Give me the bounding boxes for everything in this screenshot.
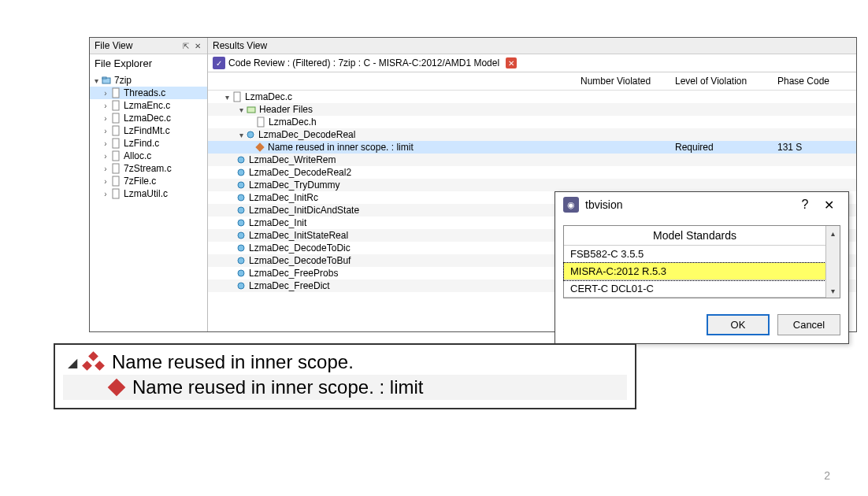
svg-rect-3 — [113, 101, 119, 110]
svg-rect-4 — [113, 113, 119, 123]
close-tab-icon[interactable]: ✕ — [506, 57, 517, 68]
dialog-buttons: OK Cancel — [555, 306, 848, 343]
svg-point-15 — [238, 157, 244, 163]
listbox-item[interactable]: CERT-C DCL01-C — [564, 280, 825, 298]
function-icon — [236, 193, 246, 202]
result-function-row[interactable]: LzmaDec_TryDummy — [208, 179, 856, 191]
result-violation-label: Name reused in inner scope. : limit — [268, 142, 414, 153]
app-icon: ◉ — [563, 197, 579, 213]
model-standards-dialog: ◉ tbvision ? ✕ Model Standards FSB582-C … — [555, 191, 849, 344]
file-explorer-header: File Explorer — [90, 54, 207, 72]
chevron-down-icon[interactable]: ▾ — [222, 93, 232, 102]
file-tree: ▾ 7zip › Threads.c › LzmaEnc.c › LzmaDec… — [90, 72, 207, 202]
file-icon — [110, 188, 121, 199]
dialog-titlebar: ◉ tbvision ? ✕ — [555, 192, 848, 217]
result-header-group[interactable]: ▾ Header Files — [208, 103, 856, 116]
violation-icon — [255, 143, 264, 151]
result-function-row[interactable]: LzmaDec_WriteRem — [208, 154, 856, 166]
tree-file[interactable]: › 7zFile.c — [90, 175, 207, 187]
svg-rect-9 — [113, 176, 119, 186]
result-violation[interactable]: Name reused in inner scope. : limit Requ… — [208, 141, 856, 154]
ok-button[interactable]: OK — [707, 314, 770, 335]
result-header-group-label: Header Files — [259, 104, 313, 115]
function-icon — [236, 268, 246, 278]
chevron-right-icon[interactable]: › — [101, 177, 110, 186]
func-label: LzmaDec_InitStateReal — [249, 230, 348, 241]
col-phase-code[interactable]: Phase Code — [777, 76, 856, 87]
tab-code-review[interactable]: ✓ Code Review : (Filtered) : 7zip : C - … — [213, 57, 517, 69]
func-label: LzmaDec_InitRc — [249, 192, 318, 203]
scroll-up-icon[interactable]: ▴ — [826, 226, 840, 240]
function-icon — [236, 256, 246, 265]
func-label: LzmaDec_WriteRem — [249, 154, 336, 165]
tree-file[interactable]: › LzFind.c — [90, 137, 207, 150]
violation-group-icon — [82, 353, 106, 372]
file-icon — [110, 100, 121, 111]
tab-strip: ✓ Code Review : (Filtered) : 7zip : C - … — [208, 54, 856, 72]
function-icon — [236, 231, 246, 240]
folder-icon — [246, 104, 257, 115]
results-view-titlebar: Results View — [208, 38, 856, 54]
func-label: LzmaDec_InitDicAndState — [249, 205, 359, 216]
col-level-violation[interactable]: Level of Violation — [675, 76, 777, 87]
file-view-titlebar: File View ⇱ ✕ — [90, 38, 207, 54]
scrollbar[interactable]: ▴ ▾ — [825, 226, 840, 298]
chevron-right-icon[interactable]: › — [101, 102, 110, 110]
tree-file-label: LzmaDec.c — [124, 113, 171, 124]
model-standards-listbox[interactable]: Model Standards FSB582-C 3.5.5 MISRA-C:2… — [564, 226, 825, 298]
chevron-right-icon[interactable]: › — [101, 190, 110, 198]
function-icon — [236, 180, 246, 190]
tree-file[interactable]: › LzmaUtil.c — [90, 187, 207, 200]
col-number-violated[interactable]: Number Violated — [581, 76, 675, 87]
function-icon — [236, 243, 246, 253]
tree-file[interactable]: › LzmaDec.c — [90, 112, 207, 124]
chevron-right-icon[interactable]: › — [101, 114, 110, 123]
close-icon[interactable]: ✕ — [817, 198, 840, 213]
result-function-label: LzmaDec_DecodeReal — [258, 129, 355, 140]
collapse-icon[interactable]: ◢ — [63, 355, 82, 370]
tree-file[interactable]: › LzFindMt.c — [90, 124, 207, 137]
cancel-button[interactable]: Cancel — [777, 314, 840, 335]
func-label: LzmaDec_FreeDict — [249, 280, 330, 291]
function-icon — [236, 281, 246, 291]
chevron-right-icon[interactable]: › — [101, 139, 110, 148]
tree-file-label: Alloc.c — [124, 150, 151, 161]
chevron-down-icon[interactable]: ▾ — [91, 76, 101, 85]
page-number: 2 — [824, 469, 830, 482]
scroll-down-icon[interactable]: ▾ — [826, 283, 840, 298]
callout-group-row[interactable]: ◢ Name reused in inner scope. — [63, 350, 627, 375]
tree-file[interactable]: › LzmaEnc.c — [90, 99, 207, 112]
chevron-right-icon[interactable]: › — [101, 89, 110, 98]
folder-icon — [101, 75, 112, 86]
svg-point-17 — [238, 182, 244, 188]
file-icon — [110, 125, 121, 136]
chevron-down-icon[interactable]: ▾ — [236, 131, 246, 139]
pin-icon[interactable]: ⇱ — [181, 41, 191, 50]
chevron-right-icon[interactable]: › — [101, 152, 110, 161]
help-icon[interactable]: ? — [793, 198, 817, 212]
listbox-item[interactable]: FSB582-C 3.5.5 — [564, 246, 825, 263]
chevron-down-icon[interactable]: ▾ — [236, 105, 246, 114]
tree-file[interactable]: › Alloc.c — [90, 150, 207, 162]
tree-file[interactable]: › Threads.c — [90, 87, 207, 99]
close-panel-icon[interactable]: ✕ — [193, 41, 202, 50]
file-icon — [110, 113, 121, 124]
result-function-row[interactable]: LzmaDec_DecodeReal2 — [208, 166, 856, 179]
results-view-title: Results View — [213, 40, 267, 51]
tree-file-label: LzmaEnc.c — [124, 100, 170, 111]
listbox-item-selected[interactable]: MISRA-C:2012 R.5.3 — [564, 263, 825, 280]
svg-point-23 — [238, 257, 244, 264]
listbox-header: Model Standards — [564, 226, 825, 246]
chevron-right-icon[interactable]: › — [101, 165, 110, 173]
svg-point-14 — [247, 131, 254, 138]
tree-project-root[interactable]: ▾ 7zip — [90, 74, 207, 87]
file-icon — [110, 176, 121, 187]
result-function[interactable]: ▾ LzmaDec_DecodeReal — [208, 128, 856, 141]
result-file-row[interactable]: ▾ LzmaDec.c — [208, 91, 856, 103]
result-header-file[interactable]: LzmaDec.h — [208, 116, 856, 128]
svg-rect-6 — [113, 139, 119, 148]
chevron-right-icon[interactable]: › — [101, 127, 110, 135]
callout-item-row[interactable]: Name reused in inner scope. : limit — [63, 375, 627, 400]
result-header-file-label: LzmaDec.h — [269, 117, 317, 128]
tree-file[interactable]: › 7zStream.c — [90, 162, 207, 175]
